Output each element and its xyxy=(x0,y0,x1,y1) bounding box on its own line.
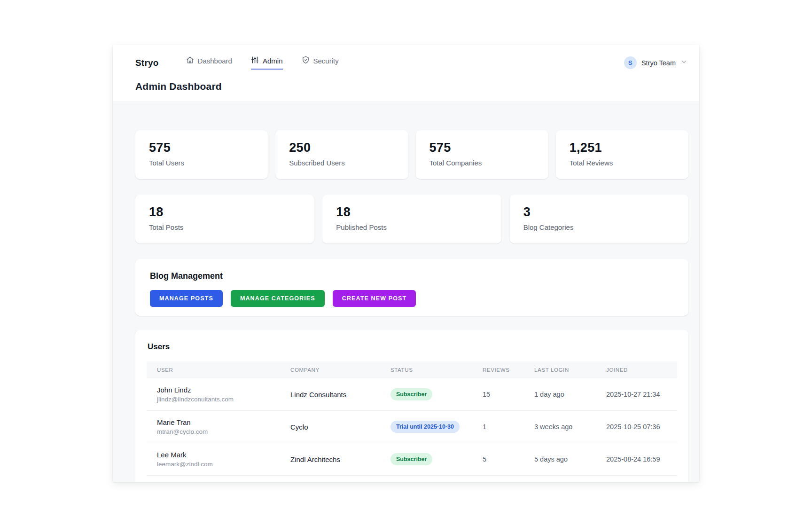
users-title: Users xyxy=(148,342,677,352)
user-email: jlindz@lindzconultants.com xyxy=(157,396,276,403)
avatar: S xyxy=(624,56,637,69)
status-badge: Subscriber xyxy=(390,453,432,465)
stat-value: 3 xyxy=(523,205,675,219)
stat-card-subscribed-users: 250 Subscribed Users xyxy=(275,130,408,179)
stat-label: Total Posts xyxy=(149,223,300,231)
shield-check-icon xyxy=(302,56,310,65)
nav-item-admin[interactable]: Admin xyxy=(251,56,283,70)
user-email: leemark@zindl.com xyxy=(157,461,276,468)
column-header-company: COMPANY xyxy=(280,361,380,378)
page-title: Admin Dashboard xyxy=(135,81,687,92)
nav-label-admin: Admin xyxy=(263,57,283,65)
stats-row-1: 575 Total Users 250 Subscribed Users 575… xyxy=(135,130,688,179)
table-header-row: USER COMPANY STATUS REVIEWS LAST LOGIN J… xyxy=(147,361,677,378)
stats-row-2: 18 Total Posts 18 Published Posts 3 Blog… xyxy=(135,195,688,243)
nav-label-security: Security xyxy=(313,57,339,65)
user-name: John Lindz xyxy=(157,386,276,394)
user-last-login: 3 weeks ago xyxy=(524,411,596,443)
chevron-down-icon xyxy=(680,58,687,67)
column-header-joined: JOINED xyxy=(596,361,677,378)
top-navigation-bar: Stryo Dashboard Admin xyxy=(135,56,687,70)
stat-card-blog-categories: 3 Blog Categories xyxy=(510,195,688,243)
stat-value: 1,251 xyxy=(570,141,675,155)
status-badge: Trial until 2025-10-30 xyxy=(390,421,460,433)
sliders-icon xyxy=(251,56,259,65)
user-name: Marie Tran xyxy=(157,418,276,426)
manage-posts-button[interactable]: MANAGE POSTS xyxy=(150,290,223,307)
stat-label: Blog Categories xyxy=(523,223,675,231)
user-company: Zindl Architechs xyxy=(280,443,380,476)
stat-value: 575 xyxy=(149,141,254,155)
column-header-user: USER xyxy=(147,361,280,378)
blog-management-buttons: MANAGE POSTS MANAGE CATEGORIES CREATE NE… xyxy=(150,290,674,307)
blog-management-section: Blog Management MANAGE POSTS MANAGE CATE… xyxy=(135,259,688,316)
column-header-reviews: REVIEWS xyxy=(472,361,524,378)
nav-item-dashboard[interactable]: Dashboard xyxy=(186,56,232,70)
manage-categories-button[interactable]: MANAGE CATEGORIES xyxy=(231,290,325,307)
user-joined: 2025-10-27 21:34 xyxy=(596,378,677,411)
stat-card-total-users: 575 Total Users xyxy=(135,130,268,179)
stat-value: 250 xyxy=(289,141,394,155)
user-reviews: 15 xyxy=(472,378,524,411)
account-menu[interactable]: S Stryo Team xyxy=(624,56,687,69)
user-joined: 2025-08-24 16:59 xyxy=(596,443,677,476)
stat-label: Subscribed Users xyxy=(289,159,394,167)
users-section: Users USER COMPANY STATUS REVIEWS LAST L… xyxy=(135,330,688,482)
account-name: Stryo Team xyxy=(641,59,676,67)
user-reviews: 5 xyxy=(472,443,524,476)
user-email: mtran@cyclo.com xyxy=(157,428,276,435)
table-row: Marie Tran mtran@cyclo.com Cyclo Trial u… xyxy=(147,411,677,443)
main-nav: Dashboard Admin Security xyxy=(186,56,339,70)
stat-card-total-reviews: 1,251 Total Reviews xyxy=(556,130,688,179)
create-new-post-button[interactable]: CREATE NEW POST xyxy=(333,290,416,307)
brand-logo[interactable]: Stryo xyxy=(135,58,159,68)
user-reviews: 1 xyxy=(472,411,524,443)
dashboard-content: 575 Total Users 250 Subscribed Users 575… xyxy=(113,102,699,482)
user-company: Lindz Consultants xyxy=(280,378,380,411)
stat-card-published-posts: 18 Published Posts xyxy=(322,195,501,243)
table-row: John Lindz jlindz@lindzconultants.com Li… xyxy=(147,378,677,411)
nav-label-dashboard: Dashboard xyxy=(198,57,232,65)
table-row: Lee Mark leemark@zindl.com Zindl Archite… xyxy=(147,443,677,476)
user-joined: 2025-10-25 07:36 xyxy=(596,411,677,443)
stat-label: Total Companies xyxy=(429,159,535,167)
nav-item-security[interactable]: Security xyxy=(302,56,339,70)
user-last-login: 1 day ago xyxy=(524,378,596,411)
user-name: Lee Mark xyxy=(157,451,276,459)
stat-value: 18 xyxy=(336,205,487,219)
stat-value: 18 xyxy=(149,205,300,219)
stat-card-total-posts: 18 Total Posts xyxy=(135,195,314,243)
stat-label: Total Reviews xyxy=(570,159,675,167)
user-company: Cyclo xyxy=(280,411,380,443)
stat-value: 575 xyxy=(429,141,535,155)
stat-label: Total Users xyxy=(149,159,254,167)
user-last-login: 5 days ago xyxy=(524,443,596,476)
column-header-status: STATUS xyxy=(380,361,472,378)
users-table: USER COMPANY STATUS REVIEWS LAST LOGIN J… xyxy=(147,361,677,476)
stat-card-total-companies: 575 Total Companies xyxy=(416,130,548,179)
app-window: Stryo Dashboard Admin xyxy=(113,45,699,482)
column-header-last-login: LAST LOGIN xyxy=(524,361,596,378)
home-icon xyxy=(186,56,194,65)
status-badge: Subscriber xyxy=(390,388,432,400)
blog-management-title: Blog Management xyxy=(150,271,674,281)
stat-label: Published Posts xyxy=(336,223,487,231)
header: Stryo Dashboard Admin xyxy=(113,45,699,102)
